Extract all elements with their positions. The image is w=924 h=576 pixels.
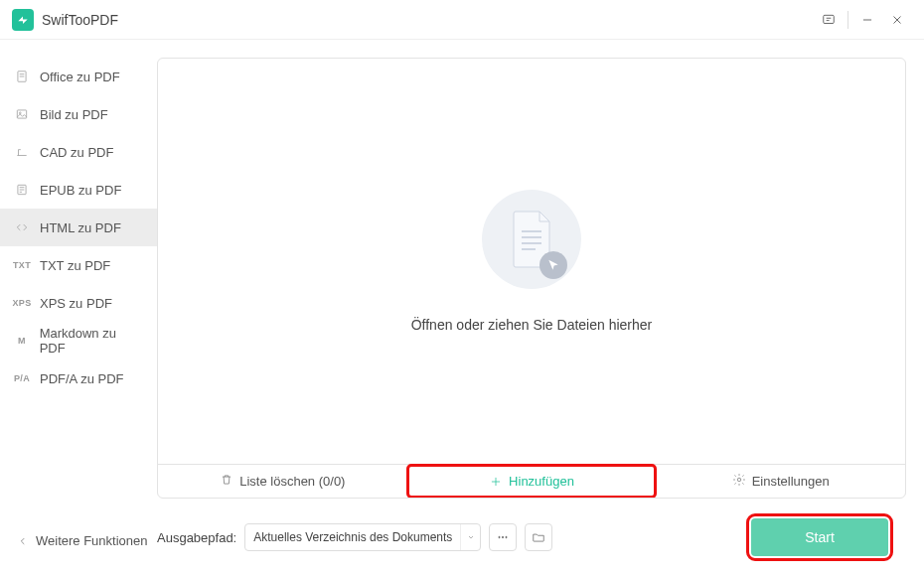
main-area: Öffnen oder ziehen Sie Dateien hierher L… — [157, 40, 924, 576]
chevron-left-icon — [18, 536, 28, 546]
file-panel: Öffnen oder ziehen Sie Dateien hierher L… — [157, 58, 906, 499]
clear-list-button[interactable]: Liste löschen (0/0) — [158, 465, 407, 498]
gear-icon — [732, 473, 746, 490]
titlebar: SwifTooPDF — [0, 0, 924, 40]
start-button[interactable]: Start — [751, 518, 888, 556]
sidebar-item-pdfa[interactable]: P/A PDF/A zu PDF — [0, 360, 157, 397]
more-options-button[interactable] — [489, 523, 517, 551]
plus-icon — [489, 475, 503, 489]
start-highlight: Start — [751, 518, 888, 556]
svg-point-21 — [503, 536, 504, 537]
markdown-icon: M — [14, 336, 30, 346]
cursor-icon — [539, 251, 567, 279]
sidebar-item-office[interactable]: Office zu PDF — [0, 58, 157, 95]
footer: Ausgabepfad: Aktuelles Verzeichnis des D… — [157, 499, 906, 576]
sidebar-item-label: EPUB zu PDF — [40, 183, 121, 198]
sidebar-item-txt[interactable]: TXT TXT zu PDF — [0, 246, 157, 284]
sidebar-item-label: CAD zu PDF — [40, 145, 113, 160]
svg-point-20 — [499, 536, 500, 537]
titlebar-separator — [847, 11, 848, 29]
drop-illustration-icon — [482, 190, 581, 289]
clear-list-label: Liste löschen (0/0) — [239, 474, 345, 489]
sidebar-item-label: Office zu PDF — [40, 70, 120, 84]
xps-icon: XPS — [14, 298, 30, 308]
drop-area[interactable]: Öffnen oder ziehen Sie Dateien hierher — [158, 59, 905, 464]
html-icon — [14, 220, 30, 234]
office-icon — [14, 70, 30, 83]
sidebar-item-label: Bild zu PDF — [40, 107, 108, 122]
output-path-value: Aktuelles Verzeichnis des Dokuments — [245, 530, 460, 544]
image-icon — [14, 107, 30, 121]
app-title: SwifTooPDF — [42, 12, 118, 28]
sidebar: Office zu PDF Bild zu PDF CAD zu PDF EPU… — [0, 40, 157, 576]
settings-button[interactable]: Einstellungen — [656, 465, 905, 498]
sidebar-item-cad[interactable]: CAD zu PDF — [0, 133, 157, 171]
add-button[interactable]: Hinzufügen — [407, 465, 657, 498]
action-bar: Liste löschen (0/0) Hinzufügen Einstellu… — [158, 464, 905, 498]
sidebar-item-markdown[interactable]: M Markdown zu PDF — [0, 322, 157, 360]
svg-point-8 — [19, 112, 21, 114]
sidebar-item-xps[interactable]: XPS XPS zu PDF — [0, 284, 157, 322]
sidebar-item-label: PDF/A zu PDF — [40, 371, 124, 386]
sidebar-item-label: HTML zu PDF — [40, 220, 121, 235]
svg-point-19 — [737, 478, 741, 482]
minimize-icon[interactable] — [852, 5, 882, 35]
more-functions-link[interactable]: Weitere Funktionen — [0, 533, 157, 548]
output-label: Ausgabepfad: — [157, 530, 236, 545]
txt-icon: TXT — [14, 260, 30, 270]
more-functions-label: Weitere Funktionen — [36, 533, 148, 548]
sidebar-item-html[interactable]: HTML zu PDF — [0, 209, 157, 246]
cad-icon — [14, 145, 30, 159]
output-path-select[interactable]: Aktuelles Verzeichnis des Dokuments — [244, 523, 481, 551]
sidebar-item-label: XPS zu PDF — [40, 296, 112, 311]
svg-point-22 — [506, 536, 507, 537]
settings-label: Einstellungen — [752, 474, 830, 489]
browse-folder-button[interactable] — [525, 523, 552, 551]
sidebar-item-label: TXT zu PDF — [40, 258, 110, 273]
add-label: Hinzufügen — [509, 474, 574, 489]
svg-rect-0 — [824, 15, 835, 23]
feedback-icon[interactable] — [814, 5, 844, 35]
pdfa-icon: P/A — [14, 373, 30, 383]
svg-rect-7 — [17, 110, 26, 118]
start-label: Start — [805, 529, 835, 545]
drop-text: Öffnen oder ziehen Sie Dateien hierher — [411, 317, 653, 333]
sidebar-item-image[interactable]: Bild zu PDF — [0, 95, 157, 133]
epub-icon — [14, 183, 30, 197]
close-icon[interactable] — [882, 5, 912, 35]
sidebar-item-epub[interactable]: EPUB zu PDF — [0, 171, 157, 209]
chevron-down-icon — [460, 524, 480, 550]
trash-icon — [220, 473, 233, 490]
app-logo — [12, 9, 34, 31]
sidebar-item-label: Markdown zu PDF — [40, 326, 143, 356]
